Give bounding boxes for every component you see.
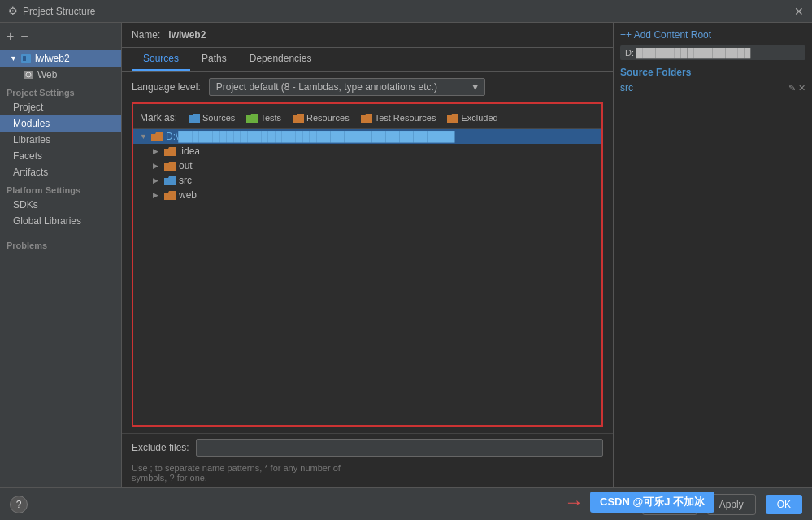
mark-sources-button[interactable]: Sources	[185, 112, 238, 124]
sidebar-item-modules[interactable]: Modules	[0, 115, 121, 132]
content-root-path: D: ██████████████████	[620, 46, 805, 60]
web-tree-arrow: ▶	[153, 191, 161, 199]
module-item-lwlweb2[interactable]: ▼ lwlweb2	[0, 50, 121, 67]
tree-item-out[interactable]: ▶ out	[133, 158, 601, 173]
mark-tests-button[interactable]: Tests	[243, 112, 284, 124]
language-level-label: Language level:	[132, 81, 201, 93]
sidebar-item-project[interactable]: Project	[0, 99, 121, 115]
web-label: Web	[37, 69, 57, 80]
sidebar-item-global-libraries[interactable]: Global Libraries	[0, 213, 121, 229]
sidebar-top-buttons: + −	[0, 29, 121, 50]
mark-as-label: Mark as:	[140, 112, 177, 124]
sidebar-item-sdks[interactable]: SDKs	[0, 197, 121, 213]
tree-root-item[interactable]: ▼ D:\███████████████████████████████████…	[133, 129, 601, 144]
tab-dependencies[interactable]: Dependencies	[238, 48, 323, 71]
title-text: Project Structure	[23, 6, 95, 17]
exclude-hint: Use ; to separate name patterns, * for a…	[122, 462, 613, 488]
exclude-files-row: Exclude files:	[122, 433, 613, 462]
mark-test-resources-button[interactable]: Test Resources	[358, 112, 440, 124]
help-button[interactable]: ?	[10, 496, 28, 514]
title-icon: ⚙	[8, 5, 18, 17]
ok-button[interactable]: OK	[766, 495, 802, 514]
src-label: src	[179, 175, 192, 186]
tests-folder-icon	[246, 114, 258, 123]
module-arrow: ▼	[10, 54, 17, 63]
source-folder-item-src: src ✎ ✕	[620, 81, 805, 94]
excluded-folder-icon	[447, 114, 458, 123]
mark-resources-button[interactable]: Resources	[289, 112, 353, 124]
module-tree: ▼ lwlweb2 Web	[0, 50, 121, 83]
edit-source-folder-icon[interactable]: ✎ ✕	[788, 83, 805, 93]
exclude-files-label: Exclude files:	[132, 442, 189, 453]
add-icon: +	[620, 29, 626, 41]
tab-sources[interactable]: Sources	[132, 48, 190, 71]
file-tree-panel: Mark as: Sources Tests	[132, 102, 603, 427]
sidebar-item-artifacts[interactable]: Artifacts	[0, 164, 121, 180]
language-level-select-wrapper: Project default (8 - Lambdas, type annot…	[209, 78, 485, 96]
svg-rect-1	[23, 56, 26, 61]
platform-settings-section: Platform Settings	[0, 180, 121, 197]
out-label: out	[179, 160, 193, 171]
src-arrow: ▶	[153, 176, 161, 184]
bottom-bar: ? Cancel Apply OK → CSDN @可乐J 不加冰	[0, 488, 812, 520]
mark-excluded-button[interactable]: Excluded	[444, 112, 501, 124]
tree-item-web[interactable]: ▶ web	[133, 188, 601, 202]
add-content-root-button[interactable]: + + Add Content Root	[620, 29, 805, 41]
module-icon	[20, 53, 32, 64]
watermark: → CSDN @可乐J 不加冰	[564, 491, 714, 514]
module-label: lwlweb2	[35, 53, 70, 64]
watermark-text: CSDN @可乐J 不加冰	[590, 492, 714, 513]
add-content-root-label: + Add Content Root	[626, 29, 711, 41]
web-tree-label: web	[179, 189, 197, 201]
language-level-row: Language level: Project default (8 - Lam…	[122, 72, 613, 102]
test-resources-folder-icon	[361, 114, 372, 123]
language-level-select[interactable]: Project default (8 - Lambdas, type annot…	[209, 78, 485, 96]
right-panel: + + Add Content Root D: ████████████████…	[613, 23, 812, 488]
src-folder-icon	[164, 176, 176, 185]
tree-item-idea[interactable]: ▶ .idea	[133, 144, 601, 158]
tabs-bar: Sources Paths Dependencies	[122, 48, 613, 72]
content-area: Name: lwlweb2 Sources Paths Dependencies…	[122, 23, 613, 488]
main-container: + − ▼ lwlweb2 Web Project Settings	[0, 23, 812, 488]
tab-paths[interactable]: Paths	[190, 48, 238, 71]
root-folder-icon	[151, 132, 163, 141]
sidebar-item-facets[interactable]: Facets	[0, 148, 121, 164]
root-path-label: D:\█████████████████████████████████████…	[166, 131, 454, 142]
tree-item-src[interactable]: ▶ src	[133, 173, 601, 188]
sources-folder-icon	[189, 114, 200, 123]
project-settings-section: Project Settings	[0, 83, 121, 99]
name-value: lwlweb2	[168, 29, 206, 41]
exclude-files-input[interactable]	[196, 439, 603, 457]
idea-folder-icon	[164, 147, 176, 156]
out-arrow: ▶	[153, 162, 161, 170]
out-folder-icon	[164, 162, 176, 171]
source-folder-name: src	[620, 82, 633, 93]
remove-module-button[interactable]: −	[20, 29, 28, 44]
name-label: Name:	[132, 29, 160, 41]
name-row: Name: lwlweb2	[122, 23, 613, 48]
close-button[interactable]: ✕	[794, 5, 804, 18]
problems-section: Problems	[0, 236, 121, 252]
tree-root-arrow: ▼	[140, 132, 148, 141]
module-item-web[interactable]: Web	[0, 67, 121, 83]
sidebar: + − ▼ lwlweb2 Web Project Settings	[0, 23, 122, 488]
source-folders-label: Source Folders	[620, 67, 805, 78]
idea-label: .idea	[179, 145, 200, 157]
add-module-button[interactable]: +	[7, 29, 14, 44]
web-icon	[23, 69, 34, 80]
idea-arrow: ▶	[153, 147, 161, 155]
title-bar: ⚙ Project Structure ✕	[0, 0, 812, 23]
watermark-arrow-icon: →	[564, 491, 584, 514]
sidebar-item-libraries[interactable]: Libraries	[0, 132, 121, 148]
web-folder-icon	[164, 191, 176, 200]
mark-as-row: Mark as: Sources Tests	[133, 109, 601, 129]
resources-folder-icon	[293, 114, 304, 123]
